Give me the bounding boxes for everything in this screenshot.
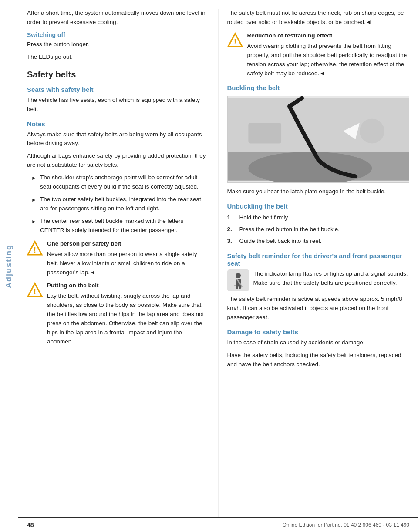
buckling-text: Make sure you hear the latch plate engag… (227, 187, 410, 196)
svg-rect-11 (248, 123, 281, 144)
notes-para1: Always make sure that safety belts are b… (27, 130, 209, 148)
svg-rect-18 (236, 285, 238, 289)
bullet-arrow-3: ► (31, 218, 37, 226)
damage-para2: Have the safety belts, including the saf… (227, 351, 410, 369)
bullet-text-1: The shoulder strap's anchorage point wil… (40, 173, 209, 192)
bullet-text-2: The two outer safety belt buckles, integ… (40, 195, 209, 213)
page-container: Adjusting After a short time, the system… (0, 0, 418, 532)
svg-text:!: ! (34, 287, 36, 296)
unbuckling-heading: Unbuckling the belt (227, 202, 410, 210)
left-top-paragraph: After a short time, the system automatic… (27, 9, 209, 27)
step-1-text: Hold the belt firmly. (239, 213, 290, 222)
warning-triangle-icon-3: ! (227, 32, 243, 48)
warning-putting-on-body: Lay the belt, without twisting, snugly a… (47, 293, 204, 345)
warning-one-person-title: One person per safety belt (47, 239, 209, 249)
reminder-heading: Safety belt reminder for the driver's an… (227, 252, 410, 267)
bullet-item-3: ► The center rear seat belt buckle marke… (27, 217, 209, 235)
bullet-arrow-1: ► (31, 174, 37, 182)
reminder-text-block: The indicator lamp flashes or lights up … (253, 269, 410, 288)
step-3: 3. Guide the belt back into its reel. (227, 237, 410, 246)
warning-triangle-icon-2: ! (27, 282, 43, 298)
warning-reduction-text: Reduction of restraining effect Avoid we… (247, 31, 410, 78)
bullet-item-2: ► The two outer safety belt buckles, int… (27, 195, 209, 213)
switching-off-line1: Press the button longer. (27, 40, 209, 49)
buckling-heading: Buckling the belt (227, 84, 410, 91)
reminder-seatbelt-icon (227, 269, 249, 291)
seats-heading: Seats with safety belt (27, 86, 209, 93)
safety-belts-heading: Safety belts (27, 70, 209, 80)
notes-heading: Notes (27, 120, 209, 128)
seats-text: The vehicle has five seats, each of whic… (27, 96, 209, 114)
warning-putting-on: ! Putting on the belt Lay the belt, with… (27, 281, 209, 346)
svg-text:!: ! (234, 37, 236, 46)
warning-one-person: ! One person per safety belt Never allow… (27, 239, 209, 277)
page-number: 48 (27, 522, 34, 529)
warning-one-person-body: Never allow more than one person to wear… (47, 251, 197, 276)
step-3-text: Guide the belt back into its reel. (239, 237, 322, 246)
bullet-item-1: ► The shoulder strap's anchorage point w… (27, 173, 209, 192)
bullet-text-3: The center rear seat belt buckle marked … (40, 217, 209, 235)
unbuckling-steps: 1. Hold the belt firmly. 2. Press the re… (227, 213, 410, 246)
warning-reduction: ! Reduction of restraining effect Avoid … (227, 31, 410, 78)
svg-text:!: ! (34, 246, 36, 254)
step-1-num: 1. (227, 213, 236, 222)
reminder-para2: The safety belt reminder is active at sp… (227, 295, 410, 322)
right-column: The safety belt must not lie across the … (219, 9, 418, 517)
sidebar: Adjusting (0, 0, 18, 532)
svg-point-14 (236, 273, 241, 278)
page-footer: 48 Online Edition for Part no. 01 40 2 6… (18, 517, 418, 532)
notes-para2: Although airbags enhance safety by provi… (27, 152, 209, 170)
svg-rect-19 (239, 285, 241, 289)
footer-text: Online Edition for Part no. 01 40 2 606 … (282, 522, 409, 528)
warning-triangle-icon-1: ! (27, 240, 43, 256)
sidebar-label: Adjusting (4, 244, 13, 288)
step-2-text: Press the red button in the belt buckle. (239, 225, 340, 234)
step-1: 1. Hold the belt firmly. (227, 213, 410, 222)
warning-putting-on-title: Putting on the belt (47, 281, 209, 290)
warning-reduction-body: Avoid wearing clothing that prevents the… (247, 43, 407, 77)
belt-image (227, 96, 410, 183)
damage-heading: Damage to safety belts (227, 328, 410, 336)
main-content: After a short time, the system automatic… (18, 0, 418, 532)
step-3-num: 3. (227, 237, 236, 246)
reminder-section: The indicator lamp flashes or lights up … (227, 269, 410, 291)
switching-off-heading: Switching off (27, 31, 209, 38)
reminder-para1: The indicator lamp flashes or lights up … (253, 269, 410, 288)
switching-off-line2: The LEDs go out. (27, 53, 209, 62)
right-top-paragraph: The safety belt must not lie across the … (227, 9, 410, 27)
notes-bullet-list: ► The shoulder strap's anchorage point w… (27, 173, 209, 235)
warning-reduction-title: Reduction of restraining effect (247, 31, 410, 40)
warning-one-person-text: One person per safety belt Never allow m… (47, 239, 209, 277)
left-column: After a short time, the system automatic… (18, 9, 219, 517)
columns: After a short time, the system automatic… (18, 0, 418, 517)
step-2-num: 2. (227, 225, 236, 234)
damage-para1: In the case of strain caused by accident… (227, 338, 410, 347)
svg-point-12 (359, 119, 384, 144)
bullet-arrow-2: ► (31, 196, 37, 204)
warning-putting-on-text: Putting on the belt Lay the belt, withou… (47, 281, 209, 346)
step-2: 2. Press the red button in the belt buck… (227, 225, 410, 234)
